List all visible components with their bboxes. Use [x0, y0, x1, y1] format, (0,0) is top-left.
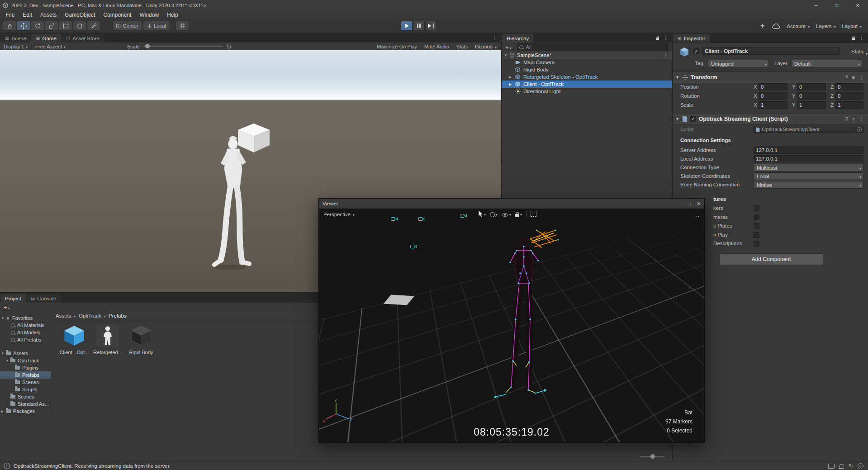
checkbox[interactable]: [754, 232, 759, 238]
custom-tools-button[interactable]: [87, 21, 100, 31]
tree-prefabs[interactable]: Prefabs: [0, 371, 51, 379]
notifications-icon[interactable]: [839, 464, 844, 468]
hand-tool-button[interactable]: [3, 21, 16, 31]
connection-type-dropdown[interactable]: Multicast: [754, 164, 863, 171]
component-enabled-checkbox[interactable]: [690, 116, 696, 122]
menu-file[interactable]: File: [2, 12, 19, 18]
asset-retargeted-skeleton[interactable]: Retargeted...: [91, 323, 124, 355]
local-address-field[interactable]: [754, 155, 863, 162]
maximize-on-play-toggle[interactable]: Maximize On Play: [377, 44, 417, 49]
tab-console[interactable]: ▤Console: [26, 294, 61, 303]
tree-scenes[interactable]: Scenes: [0, 393, 51, 400]
tab-hierarchy[interactable]: Hierarchy: [502, 34, 533, 43]
slider-knob[interactable]: [650, 454, 655, 459]
lock-icon[interactable]: [656, 38, 659, 40]
static-dropdown-icon[interactable]: [866, 50, 868, 57]
expand-arrow-icon[interactable]: ▶: [509, 75, 512, 79]
transform-component-header[interactable]: ▼ Transform ? ≡: [673, 71, 868, 83]
rotation-z-field[interactable]: [835, 92, 863, 100]
tree-optitrack[interactable]: ▼OptiTrack: [0, 357, 51, 364]
scale-y-field[interactable]: [797, 101, 826, 109]
status-message[interactable]: OptitrackStreamingClient: Receiving stre…: [14, 463, 171, 469]
marquee-select-button[interactable]: [531, 211, 536, 217]
pivot-mode-button[interactable]: Center: [112, 21, 142, 31]
cache-server-icon[interactable]: [828, 464, 835, 469]
foldout-arrow-icon[interactable]: ▶: [1, 409, 4, 413]
asset-client-optitrack[interactable]: Client - Opt...: [58, 323, 90, 355]
layout-dropdown[interactable]: Layout: [842, 24, 862, 29]
move-tool-button[interactable]: [17, 21, 30, 31]
object-picker-icon[interactable]: [857, 127, 862, 132]
foldout-arrow-icon[interactable]: ▼: [504, 53, 508, 57]
layers-dropdown[interactable]: Layers: [816, 24, 836, 29]
tab-inspector[interactable]: ◉Inspector: [673, 34, 710, 43]
tab-menu-icon[interactable]: [663, 34, 669, 41]
scale-slider[interactable]: [143, 46, 223, 47]
tree-packages[interactable]: ▶Packages: [0, 408, 51, 415]
mute-audio-toggle[interactable]: Mute Audio: [424, 44, 449, 49]
component-menu-icon[interactable]: [859, 116, 864, 122]
stats-toggle[interactable]: Stats: [456, 44, 468, 49]
foldout-arrow-icon[interactable]: ▼: [1, 316, 5, 320]
viewer-viewport[interactable]: Y Z X Perspective: [319, 209, 704, 442]
help-icon[interactable]: ?: [845, 75, 848, 80]
optitrack-component-header[interactable]: ▼ Optitrack Streaming Client (Script) ? …: [673, 113, 868, 125]
server-address-field[interactable]: [754, 147, 863, 154]
checkbox[interactable]: [754, 241, 759, 247]
hierarchy-item-main-camera[interactable]: Main Camera: [502, 59, 672, 66]
tree-plugins[interactable]: Plugins: [0, 364, 51, 371]
refresh-icon[interactable]: [849, 463, 853, 469]
gameobject-name-field[interactable]: [702, 47, 840, 55]
aspect-ratio-dropdown[interactable]: Free Aspect: [32, 44, 69, 49]
breadcrumb-optitrack[interactable]: OptiTrack: [79, 313, 101, 318]
checkbox[interactable]: [754, 223, 759, 229]
position-y-field[interactable]: [797, 83, 826, 90]
tab-project[interactable]: Project: [0, 294, 26, 303]
tab-game[interactable]: ▣Game: [31, 34, 61, 43]
play-button[interactable]: [401, 21, 413, 31]
menu-component[interactable]: Component: [99, 12, 135, 18]
cloud-icon[interactable]: [772, 24, 780, 29]
collab-icon[interactable]: [759, 23, 766, 29]
tree-all-models[interactable]: All Models: [0, 329, 51, 336]
pause-button[interactable]: [413, 21, 425, 31]
grid-snapping-button[interactable]: [175, 21, 189, 31]
tree-all-materials[interactable]: All Materials: [0, 322, 51, 329]
tree-favorites[interactable]: ▼Favorites: [0, 314, 51, 322]
hierarchy-item-rigid-body[interactable]: Rigid Body: [502, 66, 672, 73]
menu-help[interactable]: Help: [163, 12, 182, 18]
motive-viewer-window[interactable]: Viewer: [318, 198, 705, 443]
thumbnail-size-slider[interactable]: [640, 454, 665, 459]
scale-slider-knob[interactable]: [145, 44, 150, 48]
select-tool-button[interactable]: [478, 210, 486, 217]
tab-menu-icon[interactable]: [492, 34, 498, 41]
hierarchy-item-retargeted-skeleton[interactable]: ▶ Retargeted Skeleton - OptiTrack: [502, 73, 672, 81]
hierarchy-item-client-optitrack[interactable]: ▶ Client - OptiTrack: [502, 81, 672, 88]
tab-menu-icon[interactable]: [859, 34, 864, 41]
position-z-field[interactable]: [835, 83, 863, 90]
zoom-tool-button[interactable]: [490, 211, 498, 217]
bone-naming-dropdown[interactable]: Motive: [754, 181, 863, 189]
menu-edit[interactable]: Edit: [19, 12, 36, 18]
foldout-arrow-icon[interactable]: ▼: [675, 117, 679, 121]
tree-assets[interactable]: ▼Assets: [0, 350, 51, 357]
rotation-x-field[interactable]: [759, 92, 787, 100]
perspective-dropdown[interactable]: Perspective: [323, 212, 355, 217]
display-dropdown[interactable]: Display 1: [0, 44, 31, 49]
rect-tool-button[interactable]: [59, 21, 72, 31]
rotation-y-field[interactable]: [797, 92, 826, 100]
lock-icon[interactable]: [852, 38, 855, 40]
tree-scenes-sub[interactable]: Scenes: [0, 379, 51, 386]
expand-arrow-icon[interactable]: ▶: [509, 82, 512, 86]
visibility-tool-button[interactable]: [502, 211, 511, 217]
viewer-maximize-button[interactable]: [688, 200, 691, 207]
viewer-titlebar[interactable]: Viewer: [319, 199, 704, 209]
breadcrumb-prefabs[interactable]: Prefabs: [109, 313, 127, 318]
skeleton-coordinates-dropdown[interactable]: Local: [754, 172, 863, 180]
handle-space-button[interactable]: Local: [143, 21, 170, 31]
create-button[interactable]: [505, 44, 512, 51]
tree-scripts[interactable]: Scripts: [0, 386, 51, 393]
viewer-menu-button[interactable]: [694, 211, 700, 218]
menu-assets[interactable]: Assets: [36, 12, 61, 18]
foldout-arrow-icon[interactable]: ▼: [675, 75, 679, 80]
